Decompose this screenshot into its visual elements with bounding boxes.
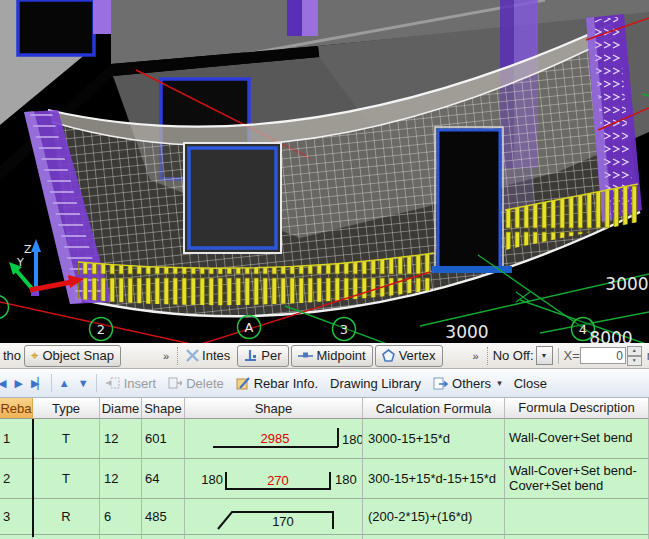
y-axis-label: Y xyxy=(16,256,24,269)
toolbar2-separator-2 xyxy=(96,374,97,392)
move-up-button[interactable]: ▲ xyxy=(55,377,74,389)
delete-label: Delete xyxy=(186,376,224,391)
shape-length-label: 170 xyxy=(272,514,294,529)
cell-description[interactable]: Wall-Cover+Set bend xyxy=(505,419,649,459)
cell-rebar-no[interactable]: 3 xyxy=(0,499,33,535)
offset-dropdown-arrow-icon[interactable]: ▼ xyxy=(536,346,553,365)
cell-shape-no[interactable]: 64 xyxy=(142,459,185,499)
cell-shape-no[interactable]: 601 xyxy=(142,419,185,459)
grid-bubble-A: A xyxy=(245,320,254,335)
close-label: Close xyxy=(514,376,547,391)
rebar-info-label: Rebar Info. xyxy=(254,376,318,391)
drawing-library-button[interactable]: Drawing Library xyxy=(324,376,427,391)
last-record-button[interactable]: ▶▏ xyxy=(27,377,48,390)
cell-type[interactable]: T xyxy=(33,459,100,499)
others-caret-icon: ▾ xyxy=(497,378,502,388)
shape-right-bend-label: 180 xyxy=(342,432,362,447)
snap-intersection[interactable]: Intes xyxy=(183,348,233,363)
cell-description[interactable]: Wall-Cover+Set bend-Cover+Set bend xyxy=(505,459,649,499)
snap-vertex-button[interactable]: Vertex xyxy=(375,345,443,367)
cell-rebar-no[interactable]: 2 xyxy=(0,459,33,499)
3d-scene: 2 A 3 4 3000 3000 8000 xyxy=(0,0,649,343)
cell-shape-diagram[interactable]: 2985 180 xyxy=(185,419,363,459)
header-shape-no[interactable]: Shape xyxy=(142,398,185,419)
x-coordinate-input[interactable] xyxy=(580,347,626,364)
snap-toolbar: tho ⌖ Object Snap » Intes Per Midpoi xyxy=(0,343,649,369)
header-formula[interactable]: Calculation Formula xyxy=(363,398,505,419)
header-diameter[interactable]: Diame xyxy=(100,398,142,419)
rebar-info-icon xyxy=(236,377,250,390)
cell-diameter[interactable]: 12 xyxy=(100,419,142,459)
grid-bubble-2: 2 xyxy=(97,322,105,337)
shape-right-bend-label: 180 xyxy=(335,472,357,487)
object-snap-button[interactable]: ⌖ Object Snap xyxy=(24,345,121,367)
shape-length-label: 270 xyxy=(267,473,289,488)
header-rebar[interactable]: Reba xyxy=(0,398,33,419)
cell-rebar-no[interactable]: 1 xyxy=(0,419,33,459)
offset-dropdown-value: No Off: xyxy=(493,348,534,363)
snap-perpendicular-button[interactable]: Per xyxy=(237,345,288,367)
wall-door-opening xyxy=(432,127,512,273)
first-record-button[interactable]: ◀ xyxy=(0,377,10,390)
x-coordinate-label: X= xyxy=(564,348,580,363)
cell-shape-diagram[interactable]: 180 270 180 xyxy=(185,459,363,499)
drawing-library-label: Drawing Library xyxy=(330,376,421,391)
table-row[interactable]: 2 T 12 64 180 270 180 300-15+15*d-15+15*… xyxy=(0,459,649,499)
background-window-1 xyxy=(18,0,94,55)
offset-dropdown[interactable]: No Off: ▼ xyxy=(493,346,553,365)
others-icon xyxy=(433,377,448,390)
table-row-partial xyxy=(0,535,649,539)
insert-button[interactable]: Insert xyxy=(100,376,163,391)
header-shape[interactable]: Shape xyxy=(185,398,363,419)
x-coordinate-spinner[interactable]: ▲▼ xyxy=(627,346,642,366)
table-header-row: Reba Type Diame Shape Shape Calculation … xyxy=(0,398,649,419)
shape-diagram-hooked: 170 xyxy=(185,499,362,535)
close-button[interactable]: Close xyxy=(508,376,553,391)
cell-formula[interactable]: 300-15+15*d-15+15*d xyxy=(363,459,505,499)
grid-bubble-3: 3 xyxy=(340,322,348,337)
others-button[interactable]: Others ▾ xyxy=(427,376,508,391)
next-record-button[interactable]: ▶ xyxy=(10,377,26,390)
header-description[interactable]: Formula Description xyxy=(505,398,649,419)
intersection-icon xyxy=(186,349,199,362)
toolbar-separator-2 xyxy=(487,347,488,365)
insert-label: Insert xyxy=(124,376,157,391)
snap-midpoint-button[interactable]: Midpoint xyxy=(291,345,373,367)
header-type[interactable]: Type xyxy=(33,398,100,419)
cell-type[interactable]: T xyxy=(33,419,100,459)
3d-viewport[interactable]: 2 A 3 4 3000 3000 8000 xyxy=(0,0,649,343)
cell-description[interactable] xyxy=(505,499,649,535)
cell-diameter[interactable]: 12 xyxy=(100,459,142,499)
rebar-info-button[interactable]: Rebar Info. xyxy=(230,376,324,391)
wall-window-opening xyxy=(184,143,281,253)
move-down-button[interactable]: ▼ xyxy=(74,377,93,389)
cell-formula[interactable]: (200-2*15)+(16*d) xyxy=(363,499,505,535)
vertex-icon xyxy=(382,349,395,362)
toolbar2-separator-1 xyxy=(51,374,52,392)
object-snap-label: Object Snap xyxy=(42,348,114,363)
cell-type[interactable]: R xyxy=(33,499,100,535)
snap-vertex-label: Vertex xyxy=(399,348,436,363)
delete-icon xyxy=(168,377,182,389)
grid-bubble-4: 4 xyxy=(579,322,587,337)
toolbar-overflow-chevron[interactable]: » xyxy=(159,350,172,362)
dimension-3000-right: 3000 xyxy=(605,274,648,294)
snap-perpendicular-label: Per xyxy=(261,348,281,363)
snap-overflow-chevron[interactable]: » xyxy=(469,350,482,362)
toolbar-separator xyxy=(177,347,178,365)
delete-button[interactable]: Delete xyxy=(162,376,230,391)
cell-shape-diagram[interactable]: 170 xyxy=(185,499,363,535)
dimension-3000-left: 3000 xyxy=(445,322,488,342)
cell-diameter[interactable]: 6 xyxy=(100,499,142,535)
table-row[interactable]: 3 R 6 485 170 (200-2*15)+(16*d) xyxy=(0,499,649,535)
rebar-table: Reba Type Diame Shape Shape Calculation … xyxy=(0,398,649,539)
toolbar-separator-3 xyxy=(558,348,559,364)
ortho-label-clipped[interactable]: tho xyxy=(0,348,24,363)
table-edit-toolbar: ◀ ▶ ▶▏ ▲ ▼ Insert Delete Rebar I xyxy=(0,369,649,398)
others-label: Others xyxy=(452,376,491,391)
midpoint-icon xyxy=(298,350,313,361)
table-row[interactable]: 1 T 12 601 2985 180 3000-15+15*d Wall-Co… xyxy=(0,419,649,459)
cell-shape-no[interactable]: 485 xyxy=(142,499,185,535)
cell-formula[interactable]: 3000-15+15*d xyxy=(363,419,505,459)
shape-diagram-straight-with-bend: 2985 180 xyxy=(185,419,362,459)
